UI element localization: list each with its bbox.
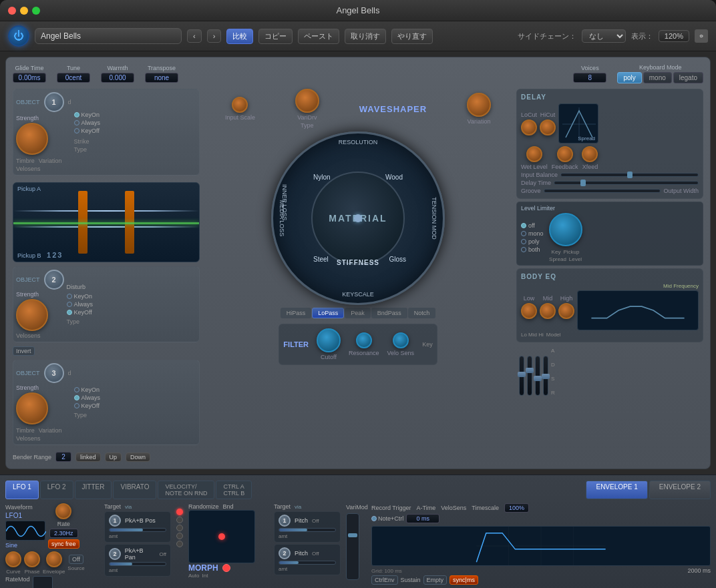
- delay-time-slider[interactable]: [554, 181, 699, 185]
- target2-1-slider[interactable]: [279, 528, 336, 532]
- object1-always-radio[interactable]: Always: [74, 119, 101, 126]
- ctrl-env-button[interactable]: CtrlEnv: [371, 575, 398, 585]
- input-scale-knob[interactable]: [232, 97, 248, 113]
- cutoff-knob[interactable]: [317, 328, 341, 352]
- transpose-value[interactable]: none: [145, 73, 178, 83]
- target1-1-slider[interactable]: [109, 528, 166, 532]
- lfo-tab-2[interactable]: LFO 2: [40, 481, 73, 499]
- material-wheel[interactable]: RESOLUTION KEYSCALE MEDIA LOSS TENSION M…: [271, 131, 445, 305]
- variation-knob[interactable]: [467, 93, 491, 117]
- lfo-tab-1[interactable]: LFO 1: [5, 481, 39, 499]
- limiter-both-radio[interactable]: both: [521, 246, 544, 253]
- target1-2-slider[interactable]: [109, 562, 166, 566]
- undo-button[interactable]: 取り消す: [345, 29, 386, 44]
- xfeed-knob[interactable]: [582, 146, 598, 162]
- resolution-label: RESOLUTION: [339, 139, 378, 145]
- object2-always-radio[interactable]: Always: [67, 301, 94, 308]
- adsr-s-slider[interactable]: [535, 356, 540, 396]
- adsr-d-slider[interactable]: [527, 356, 532, 396]
- object2-keyoff-radio[interactable]: KeyOff: [67, 309, 94, 316]
- target2-2-slider[interactable]: [279, 561, 336, 565]
- eq-low-knob[interactable]: [521, 303, 537, 319]
- kbd-poly-button[interactable]: poly: [617, 72, 641, 83]
- groove-slider[interactable]: [544, 189, 661, 193]
- lfo1-envelope-knob[interactable]: [46, 551, 62, 567]
- limiter-mono-radio[interactable]: mono: [521, 230, 544, 237]
- filter-section: FILTER Cutoff Resonance Velo Sens: [279, 324, 437, 365]
- limiter-poly-radio[interactable]: poly: [521, 238, 544, 245]
- limiter-knob[interactable]: [549, 213, 582, 246]
- copy-button[interactable]: コピー: [258, 29, 293, 44]
- invert-button[interactable]: Invert: [13, 346, 35, 356]
- sidechain-selector[interactable]: なし: [582, 29, 626, 43]
- off-button[interactable]: Off: [69, 555, 83, 564]
- filter-tab-peak[interactable]: Peak: [345, 308, 371, 318]
- varimod-slider[interactable]: [346, 513, 359, 580]
- ratemod-slider[interactable]: [33, 576, 53, 588]
- object2-keyon-radio[interactable]: KeyOn: [67, 293, 94, 300]
- object1-keyoff-radio[interactable]: KeyOff: [74, 127, 101, 134]
- preset-selector[interactable]: Angel Bells: [35, 28, 182, 44]
- voices-value[interactable]: 8: [573, 73, 606, 83]
- curve-knob[interactable]: [5, 551, 21, 567]
- display-value[interactable]: 120%: [659, 30, 689, 42]
- filter-tab-lopass[interactable]: LoPass: [312, 308, 344, 318]
- maximize-button[interactable]: [32, 7, 40, 15]
- object3-always-radio[interactable]: Always: [74, 394, 101, 401]
- wet-level-knob[interactable]: [526, 146, 542, 162]
- input-balance-slider[interactable]: [560, 173, 699, 177]
- down-button[interactable]: Down: [126, 453, 150, 462]
- bender-range-value[interactable]: 2: [55, 452, 71, 462]
- tune-value[interactable]: 0cent: [57, 73, 90, 83]
- lfo-tab-jitter[interactable]: JITTER: [75, 481, 112, 499]
- empty-button[interactable]: Empty: [423, 575, 448, 585]
- glide-time-value[interactable]: 0.00ms: [13, 73, 46, 83]
- eq-mid-knob[interactable]: [540, 303, 556, 319]
- locut-knob[interactable]: [521, 119, 537, 135]
- object3-keyoff-radio[interactable]: KeyOff: [74, 402, 101, 409]
- feedback-knob[interactable]: [557, 146, 573, 162]
- envelope-1-tab[interactable]: ENVELOPE 1: [586, 481, 647, 499]
- kbd-mono-button[interactable]: mono: [643, 72, 672, 83]
- nav-next-button[interactable]: ›: [207, 29, 222, 43]
- eq-high-knob[interactable]: [558, 303, 574, 319]
- filter-tab-notch[interactable]: Notch: [408, 308, 436, 318]
- lfo-tab-ctrl[interactable]: CTRL ACTRL B: [216, 481, 252, 499]
- nav-prev-button[interactable]: ‹: [187, 29, 202, 43]
- sync-free-button[interactable]: sync free: [48, 539, 79, 549]
- warmth-value[interactable]: 0.000: [101, 73, 134, 83]
- envelope-2-tab[interactable]: ENVELOPE 2: [649, 481, 711, 499]
- minimize-button[interactable]: [20, 7, 28, 15]
- object1-strength-knob[interactable]: [16, 123, 48, 155]
- object1-keyon-radio[interactable]: KeyOn: [74, 111, 101, 118]
- paste-button[interactable]: ペースト: [298, 29, 339, 44]
- vari-drv-knob[interactable]: [295, 89, 319, 113]
- kbd-legato-button[interactable]: legato: [673, 72, 703, 83]
- up-button[interactable]: Up: [105, 453, 122, 462]
- lfo-tab-vibrato[interactable]: VIBRATO: [113, 481, 156, 499]
- compare-button[interactable]: 比較: [226, 29, 253, 44]
- filter-tab-hipass[interactable]: HiPass: [281, 308, 312, 318]
- lfo-tab-velocity[interactable]: VELOCITY/NOTE ON RND: [158, 481, 214, 499]
- lfo1-rate-knob[interactable]: [55, 503, 71, 519]
- object2-strength-knob[interactable]: [16, 299, 48, 331]
- redo-button[interactable]: やり直す: [391, 29, 433, 44]
- sync-ms-button[interactable]: sync|ms: [450, 575, 478, 585]
- link-button[interactable]: [695, 29, 708, 43]
- velo-sens-knob[interactable]: [393, 332, 409, 348]
- power-button[interactable]: ⏻: [8, 25, 29, 47]
- adsr-r-slider[interactable]: [543, 356, 548, 396]
- limiter-off-radio[interactable]: off: [521, 222, 544, 229]
- obj2-keyon-label: KeyOn: [74, 293, 93, 300]
- timescale-value[interactable]: 100%: [504, 503, 529, 513]
- filter-tab-bndpass[interactable]: BndPass: [371, 308, 407, 318]
- resonance-knob[interactable]: [356, 332, 372, 348]
- phase-knob[interactable]: [24, 551, 40, 567]
- linked-button[interactable]: linked: [75, 453, 101, 462]
- object3-strength-knob[interactable]: [16, 392, 48, 424]
- close-button[interactable]: [8, 7, 16, 15]
- hicut-knob[interactable]: [540, 119, 556, 135]
- rate-value[interactable]: 2.30Hz: [49, 529, 78, 538]
- adsr-a-slider[interactable]: [519, 356, 524, 396]
- object3-keyon-radio[interactable]: KeyOn: [74, 386, 101, 393]
